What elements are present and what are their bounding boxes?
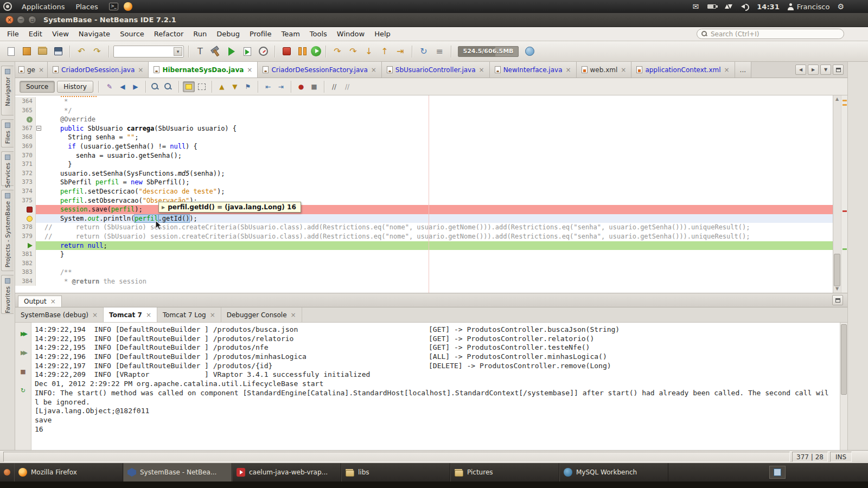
step-over-expression-icon[interactable]: ↷ (346, 44, 360, 59)
window-minimize-button[interactable]: − (17, 16, 25, 24)
line-gutter[interactable] (15, 214, 36, 223)
line-gutter[interactable]: 368 (15, 133, 36, 142)
next-bookmark-icon[interactable]: ▼ (229, 81, 241, 92)
code-line-373[interactable]: 373 SbPerfil perfil = new SbPerfil(); (15, 178, 847, 187)
ubuntu-logo-icon[interactable] (3, 2, 12, 11)
editor-tab-hibernatesysdao-java[interactable]: HibernateSysDao.java× (149, 62, 258, 78)
volume-icon[interactable] (741, 3, 749, 10)
code-line-381[interactable]: 381 } (15, 250, 847, 259)
new-file-icon[interactable] (4, 44, 18, 59)
rerun-icon[interactable]: ▶▶ (17, 328, 29, 339)
apply-code-changes-icon[interactable]: ↻ (417, 44, 431, 59)
error-stripe[interactable] (841, 95, 847, 293)
window-maximize-button[interactable]: ▫ (28, 16, 36, 24)
start-macro-recording-icon[interactable]: ● (295, 81, 307, 92)
line-gutter[interactable]: 370 (15, 151, 36, 160)
code-line-372[interactable]: 372 usuario.setSenha(SysFunctions.md5(se… (15, 169, 847, 178)
step-out-icon[interactable]: ↑ (378, 44, 392, 59)
terminal-launcher-icon[interactable] (109, 3, 118, 10)
code-line[interactable]: System.out.println(perfil.getId()); (15, 214, 847, 223)
top-menu-applications[interactable]: Applications (16, 3, 70, 11)
code-line-374[interactable]: 374 perfil.setDescricao("descricao de te… (15, 187, 847, 196)
code-fold-icon[interactable] (36, 126, 41, 131)
rerun-debug-icon[interactable]: ▶▶ (17, 347, 29, 358)
output-tab-systembase-debug[interactable]: SystemBase (debug)× (15, 307, 104, 322)
error-stripe-mark[interactable] (843, 210, 847, 212)
line-gutter[interactable] (15, 241, 36, 251)
forward-icon[interactable]: ▶ (130, 81, 142, 92)
tooltip-expand-icon[interactable]: ▶ (162, 205, 165, 210)
undo-icon[interactable]: ↶ (74, 44, 88, 59)
user-name[interactable]: Francisco (797, 3, 830, 11)
editor-tab-newinterface-java[interactable]: NewInterface.java× (490, 62, 577, 78)
breakpoint-glyph-icon[interactable] (27, 207, 33, 213)
line-gutter[interactable]: 365 (15, 106, 36, 115)
top-menu-places[interactable]: Places (70, 3, 103, 11)
line-gutter[interactable]: 372 (15, 169, 36, 178)
code-line-375[interactable]: 375 perfil.setObservacao("Observação"); (15, 196, 847, 206)
toggle-rectangular-selection-icon[interactable] (196, 81, 208, 92)
menu-refactor[interactable]: Refactor (149, 30, 189, 38)
line-gutter[interactable]: 371 (15, 160, 36, 169)
new-project-icon[interactable] (20, 44, 34, 59)
error-stripe-mark[interactable] (843, 100, 847, 101)
hint-glyph-icon[interactable] (27, 216, 33, 222)
close-tab-icon[interactable]: × (371, 66, 376, 74)
scroll-tabs-right-button[interactable]: ▶ (808, 65, 819, 75)
close-tab-icon[interactable]: × (146, 311, 151, 319)
code-editor[interactable]: 364 *365 */ @Override367 public SbUsuari… (15, 95, 847, 293)
stop-run-icon[interactable]: ■ (17, 366, 29, 377)
code-line-379[interactable]: 379// return (SbUsuario) session.createC… (15, 232, 847, 241)
line-gutter[interactable]: 378 (15, 223, 36, 232)
maximize-editor-button[interactable] (833, 65, 844, 75)
dock-tab-files[interactable]: Files (1, 119, 14, 147)
menu-profile[interactable]: Profile (245, 30, 276, 38)
taskbar-item-mysql-workbench[interactable]: MySQL Workbench (559, 463, 668, 481)
menu-view[interactable]: View (47, 30, 74, 38)
close-tab-icon[interactable]: × (291, 311, 296, 319)
scroll-tabs-left-button[interactable]: ◀ (795, 65, 806, 75)
taskbar-item-libs[interactable]: libs (341, 463, 450, 481)
comment-icon[interactable]: // (328, 81, 340, 92)
editor-tab-item[interactable]: ... (735, 62, 751, 78)
line-gutter[interactable]: 374 (15, 187, 36, 196)
close-tab-icon[interactable]: × (92, 311, 98, 319)
open-project-icon[interactable] (35, 44, 49, 59)
line-gutter[interactable]: 383 (15, 268, 36, 277)
window-close-button[interactable]: × (5, 16, 14, 24)
dock-tab-services[interactable]: Services (1, 151, 14, 186)
line-gutter[interactable]: 381 (15, 250, 36, 259)
stop-macro-recording-icon[interactable]: ■ (308, 81, 320, 92)
output-window-tab[interactable]: Output × (18, 296, 62, 307)
editor-tab-criadordesession-java[interactable]: CriadorDeSession.java× (48, 62, 149, 78)
code-line[interactable]: @Override (15, 115, 847, 124)
firefox-launcher-icon[interactable] (124, 2, 132, 11)
menu-navigate[interactable]: Navigate (74, 30, 115, 38)
battery-icon[interactable] (707, 4, 716, 9)
continue-debugger-icon[interactable] (311, 46, 321, 56)
scrollbar-thumb[interactable] (841, 324, 847, 395)
scroll-down-icon[interactable]: ▼ (833, 285, 841, 293)
menu-window[interactable]: Window (332, 30, 369, 38)
code-line[interactable]: session.save(perfil); (15, 205, 847, 214)
scroll-up-icon[interactable]: ▲ (833, 95, 841, 103)
taskbar-item-mozilla-firefox[interactable]: Mozilla Firefox (14, 463, 123, 481)
code-line-365[interactable]: 365 */ (15, 106, 847, 115)
history-view-button[interactable]: History (57, 81, 93, 93)
code-line-384[interactable]: 384 * @return the session (15, 277, 847, 286)
save-all-icon[interactable] (51, 44, 65, 59)
line-gutter[interactable]: 373 (15, 178, 36, 187)
back-icon[interactable]: ◀ (117, 81, 129, 92)
taskbar-tray-window[interactable] (769, 466, 786, 479)
redo-icon[interactable]: ↷ (90, 44, 104, 59)
dock-tab-favorites[interactable]: Favorites (1, 275, 14, 314)
close-tab-icon[interactable]: × (479, 66, 484, 74)
line-gutter[interactable]: 384 (15, 277, 36, 286)
editor-tab-applicationcontext-xml[interactable]: applicationContext.xml× (631, 62, 735, 78)
line-gutter[interactable]: 382 (15, 259, 36, 268)
editor-tab-web-xml[interactable]: web.xml× (577, 62, 632, 78)
line-gutter[interactable] (15, 205, 36, 214)
last-edit-icon[interactable]: ✎ (104, 81, 116, 92)
toggle-highlight-search-icon[interactable] (183, 81, 195, 92)
menu-source[interactable]: Source (115, 30, 149, 38)
